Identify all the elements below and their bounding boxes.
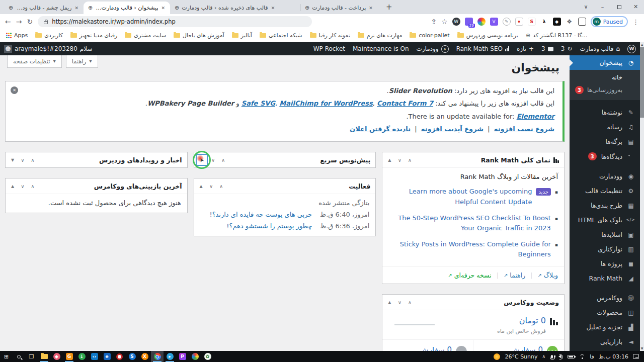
sidebar-item-home[interactable]: خانه xyxy=(570,71,640,83)
activity-post-link[interactable]: چربی های پوست چه فایده ای دارند؟! xyxy=(209,211,312,218)
move-down-icon[interactable]: ∨ xyxy=(208,155,218,165)
tab-close-icon[interactable]: ✕ xyxy=(74,6,79,11)
page-scrollbar[interactable]: ▲ ▼ xyxy=(640,42,644,351)
screen-options-button[interactable]: تنظیمات صفحه▼ xyxy=(7,55,62,68)
admin-bar-user[interactable]: ☻ araymale$!#203280 سلام xyxy=(4,45,92,53)
tab-close-icon[interactable]: ✕ xyxy=(160,6,166,11)
app-xampp-button[interactable]: X xyxy=(138,351,151,362)
toggle-icon[interactable]: ▼ xyxy=(8,155,18,165)
seo-extension-icon[interactable]: S xyxy=(528,18,536,26)
rank-math-blog-link[interactable]: وبلاگ↗ xyxy=(537,272,558,279)
mailchimp-link[interactable]: MailChimp for WordPress xyxy=(279,100,373,107)
new-content-menu[interactable]: تازه + xyxy=(517,45,534,52)
extensions-puzzle-icon[interactable]: ❖ xyxy=(566,18,574,26)
blog-post-link[interactable]: Sticky Posts in WordPress: Complete Guid… xyxy=(388,239,551,259)
move-up-icon[interactable]: ∧ xyxy=(405,155,415,165)
wp-rocket-menu[interactable]: WP Rocket xyxy=(313,45,345,52)
app-opera-button[interactable] xyxy=(113,351,126,362)
widget-header[interactable]: فعالیت ▲ ∨ ∧ xyxy=(194,178,376,194)
url-text[interactable]: https://malekastore.ir/wp-admin/index.ph… xyxy=(52,18,176,25)
move-up-icon[interactable]: ∧ xyxy=(216,181,226,191)
move-down-icon[interactable]: ∨ xyxy=(18,181,28,191)
toggle-icon[interactable]: ▲ xyxy=(8,181,18,191)
wifi-icon[interactable] xyxy=(579,354,585,359)
toggle-button-focused[interactable]: ➤ xyxy=(196,154,207,165)
move-down-icon[interactable]: ∨ xyxy=(18,155,28,165)
move-down-icon[interactable]: ∨ xyxy=(394,297,405,307)
rank-math-pro-link[interactable]: نسخه حرفه‌ای↗ xyxy=(448,272,491,279)
app-brain-button[interactable]: ◆ xyxy=(50,351,63,362)
widget-header[interactable]: اخبار و رویدادهای وردپرس ▼ ∨ ∧ xyxy=(6,152,187,167)
bookmark-folder[interactable]: آنالیز xyxy=(232,32,252,39)
sidebar-item-sidebars[interactable]: ▥نوارکناری xyxy=(570,242,640,256)
app-jetbrains-button[interactable]: P xyxy=(176,351,189,362)
browser-menu-icon[interactable]: ⋮ xyxy=(632,18,639,26)
sidebar-item-media[interactable]: ♫رسانه xyxy=(570,120,640,134)
sidebar-item-posts[interactable]: ✎نوشته‌ها xyxy=(570,105,640,120)
bookmark-folder[interactable]: مهارت های نرم xyxy=(358,32,403,39)
wordpress-logo-icon[interactable]: W xyxy=(627,45,636,53)
scroll-down-icon[interactable]: ▼ xyxy=(641,346,643,351)
app-g-button[interactable]: G xyxy=(63,351,75,362)
toggle-icon[interactable]: ▲ xyxy=(384,155,394,165)
processing-orders-value[interactable]: 0 سفارش xyxy=(503,345,543,351)
blog-post-link[interactable]: Learn more about Google's upcoming Helpf… xyxy=(388,187,532,207)
bookmark-folder[interactable]: برنامه نویسی وردپرس xyxy=(457,32,518,39)
sidebar-item-projects[interactable]: ◼پروژه ها xyxy=(570,256,640,271)
lambda-extension-icon[interactable]: λ xyxy=(540,18,548,26)
color-wheel-extension-icon[interactable] xyxy=(477,18,486,26)
bookmark-star-icon[interactable]: ☆ xyxy=(441,18,448,26)
maximize-button[interactable] xyxy=(611,0,627,14)
close-button[interactable]: ✕ xyxy=(627,0,644,14)
telegram-button[interactable]: ▸ xyxy=(164,351,176,362)
side-panel-icon[interactable] xyxy=(578,18,586,26)
bookmark-link[interactable]: ⊕انگشتر کد R137 - گا... xyxy=(526,32,587,39)
bookmark-folder[interactable]: color-pallet xyxy=(410,32,449,39)
window-menu-chevron-icon[interactable]: ∨ xyxy=(578,0,594,14)
activity-post-link[interactable]: چطور پوستم را شستشو دهم؟! xyxy=(226,222,312,230)
sidebar-item-rank-math[interactable]: ◢Rank Math xyxy=(570,271,640,286)
sidebar-item-woocommerce[interactable]: Ⓦووکامرس xyxy=(570,291,640,305)
move-down-icon[interactable]: ∨ xyxy=(394,155,405,165)
address-bar[interactable]: https://malekastore.ir/wp-admin/index.ph… xyxy=(38,16,312,27)
sidebar-item-theme-settings[interactable]: ⚙تنظیمات قالب xyxy=(570,184,640,198)
begin-update-link[interactable]: شروع آپدیت افزونه xyxy=(421,125,484,133)
action-center-icon[interactable] xyxy=(633,354,639,359)
move-up-icon[interactable]: ∧ xyxy=(218,155,228,165)
app-messenger-button[interactable]: ✿ xyxy=(201,351,214,362)
safe-svg-link[interactable]: Safe SVG xyxy=(242,100,275,107)
bookmark-folder[interactable]: رقبای مدیا تجهیز xyxy=(70,32,118,39)
editor-extension-icon[interactable]: ✎ xyxy=(503,18,511,26)
net-sales-value[interactable]: 0 تومان xyxy=(497,315,546,326)
elementor-link[interactable]: Elementor xyxy=(517,113,554,120)
site-menu[interactable]: قالب ودمارت ⌂ xyxy=(580,45,620,52)
bookmark-folder[interactable]: شبکه اجتماعی xyxy=(260,32,302,39)
start-button[interactable]: ⊞ xyxy=(0,351,13,362)
sidebar-item-marketing[interactable]: ◄بازاریابی xyxy=(570,334,640,349)
bookmark-folder[interactable]: سایت مشتری xyxy=(125,32,166,39)
speaker-icon[interactable] xyxy=(558,354,561,358)
apps-shortcut[interactable]: Apps xyxy=(6,32,28,39)
bookmark-folder[interactable]: آموزش های باحال xyxy=(174,32,224,39)
sidebar-item-updates[interactable]: به‌روزرسانی‌ها 3 xyxy=(570,83,640,97)
sidebar-item-dashboard[interactable]: ◔ پیشخوان xyxy=(570,55,640,70)
blog-post-link[interactable]: The 50-Step WordPress SEO Checklist To B… xyxy=(388,213,551,233)
share-icon[interactable]: ⇪ xyxy=(431,18,437,26)
begin-install-link[interactable]: شروع نصب افزونه xyxy=(494,125,554,133)
search-button[interactable] xyxy=(13,351,25,362)
bookmark-folder[interactable]: کاربردی xyxy=(35,32,63,39)
notifier-extension-icon[interactable]: 29 xyxy=(465,18,473,26)
toggle-icon[interactable]: ▲ xyxy=(196,181,206,191)
clock[interactable]: 03:16 ب.ظ xyxy=(599,353,628,360)
reload-icon[interactable]: ↻ xyxy=(27,18,33,26)
contact-form-7-link[interactable]: Contact Form 7 xyxy=(377,100,433,107)
move-up-icon[interactable]: ∧ xyxy=(28,155,38,165)
microphone-icon[interactable] xyxy=(551,355,553,358)
sidebar-item-woodmart[interactable]: ◉وودمارت xyxy=(570,169,640,184)
dismiss-notice-link[interactable]: نادیده گرفتن اعلان xyxy=(350,125,411,133)
toggle-icon[interactable]: ▲ xyxy=(384,297,394,307)
help-button[interactable]: راهنما▼ xyxy=(66,55,98,68)
sidebar-item-layouts[interactable]: ▦طرح بندی‌ها xyxy=(570,198,640,213)
move-down-icon[interactable]: ∨ xyxy=(206,181,216,191)
sidebar-item-comments[interactable]: دیدگاه‌ها 3 xyxy=(570,149,640,164)
